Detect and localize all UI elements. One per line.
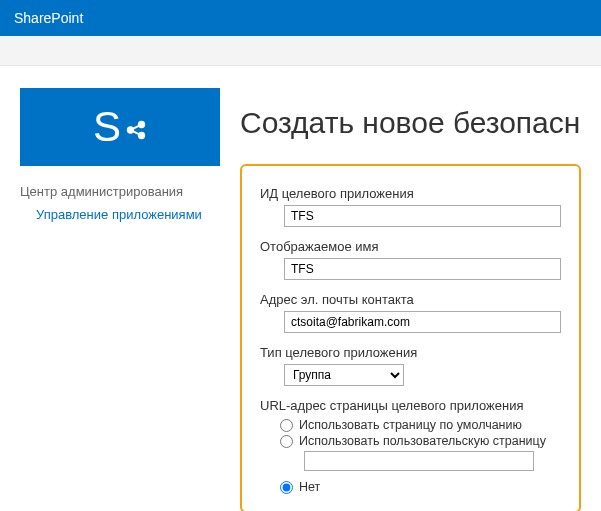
page-title: Создать новое безопасн… [240, 106, 581, 140]
radio-none-label: Нет [299, 480, 320, 494]
input-display-name[interactable] [284, 258, 561, 280]
label-page-url: URL-адрес страницы целевого приложения [260, 398, 561, 413]
radio-use-custom-label: Использовать пользовательскую страницу [299, 434, 546, 448]
sub-ribbon [0, 36, 601, 66]
select-app-type[interactable]: Группа [284, 364, 404, 386]
radio-use-default-label: Использовать страницу по умолчанию [299, 418, 522, 432]
app-title: SharePoint [14, 10, 83, 26]
nav-header: Центр администрирования [20, 184, 220, 199]
radio-use-custom[interactable] [280, 435, 293, 448]
nav-link-app-management[interactable]: Управление приложениями [36, 207, 220, 224]
radio-row-default[interactable]: Использовать страницу по умолчанию [260, 417, 561, 433]
top-ribbon: SharePoint [0, 0, 601, 36]
form-frame: ИД целевого приложения Отображаемое имя … [240, 164, 581, 511]
sharepoint-logo-icon: S [93, 106, 147, 148]
label-app-type: Тип целевого приложения [260, 345, 561, 360]
share-icon [125, 106, 147, 148]
input-custom-url[interactable] [304, 451, 534, 471]
input-contact-email[interactable] [284, 311, 561, 333]
radio-use-default[interactable] [280, 419, 293, 432]
label-display-name: Отображаемое имя [260, 239, 561, 254]
input-target-app-id[interactable] [284, 205, 561, 227]
svg-line-4 [133, 131, 139, 134]
svg-line-3 [133, 126, 139, 129]
label-contact-email: Адрес эл. почты контакта [260, 292, 561, 307]
radio-none[interactable] [280, 481, 293, 494]
radio-row-none[interactable]: Нет [260, 479, 561, 495]
left-nav: Центр администрирования Управление прило… [20, 184, 220, 224]
logo-tile: S [20, 88, 220, 166]
radio-row-custom[interactable]: Использовать пользовательскую страницу [260, 433, 561, 449]
label-target-app-id: ИД целевого приложения [260, 186, 561, 201]
